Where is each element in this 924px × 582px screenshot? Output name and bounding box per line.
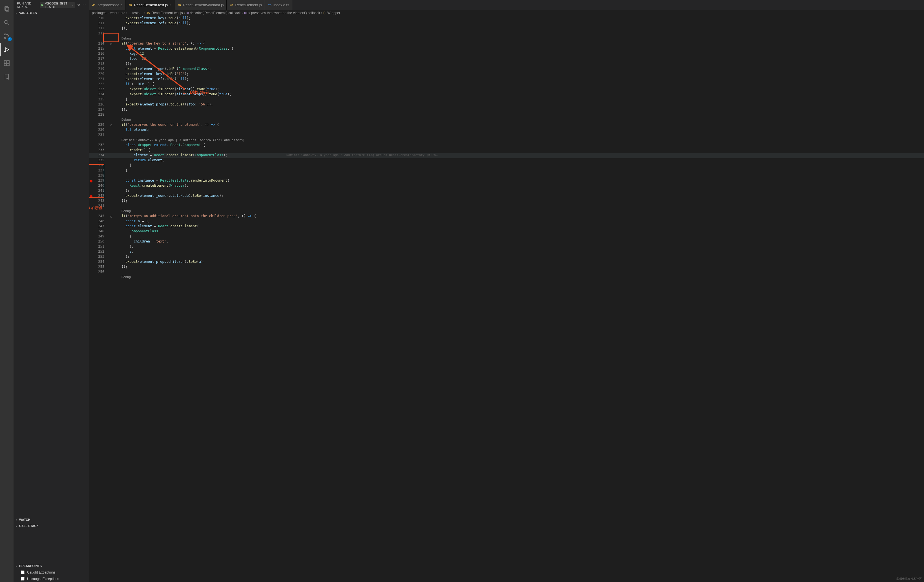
fold-gutter[interactable] — [109, 51, 113, 57]
breakpoint-gutter[interactable] — [89, 199, 93, 204]
editor-tab[interactable]: TSindex.d.ts — [265, 0, 292, 10]
code-content[interactable]: return element; — [113, 158, 924, 163]
fold-gutter[interactable] — [109, 255, 113, 260]
code-line[interactable]: 219 expect(element.type).toBe(ComponentC… — [89, 67, 924, 72]
fold-gutter[interactable] — [109, 260, 113, 265]
code-line[interactable]: 232 class Wrapper extends React.Componen… — [89, 143, 924, 148]
fold-gutter[interactable] — [109, 224, 113, 229]
breakpoint-gutter[interactable] — [89, 163, 93, 168]
breakpoint-icon[interactable] — [90, 180, 92, 182]
code-line[interactable]: Debug — [89, 117, 924, 123]
code-line[interactable]: 255 }); — [89, 265, 924, 270]
fold-gutter[interactable] — [109, 123, 113, 128]
breakpoint-gutter[interactable] — [89, 82, 93, 87]
fold-gutter[interactable] — [109, 168, 113, 174]
code-line[interactable]: 243 }); — [89, 199, 924, 204]
breakpoint-gutter[interactable] — [89, 97, 93, 103]
codelens-debug[interactable]: Debug — [122, 36, 131, 40]
fold-gutter[interactable] — [109, 82, 113, 87]
code-line[interactable]: 252 a, — [89, 250, 924, 255]
code-line[interactable]: Debug — [89, 209, 924, 214]
codelens-debug[interactable]: Debug — [122, 209, 131, 213]
code-content[interactable]: let element; — [113, 128, 924, 133]
breakpoint-gutter[interactable] — [89, 194, 93, 199]
code-content[interactable]: Debug — [113, 36, 924, 41]
fold-gutter[interactable] — [109, 31, 113, 36]
code-line[interactable]: 242 expect(element._owner.stateNode).toB… — [89, 194, 924, 199]
code-line[interactable]: 247 const element = React.createElement( — [89, 224, 924, 229]
breakpoint-gutter[interactable] — [89, 46, 93, 51]
fold-gutter[interactable] — [109, 97, 113, 103]
breakpoint-gutter[interactable] — [89, 174, 93, 179]
fold-gutter[interactable] — [109, 148, 113, 153]
code-content[interactable]: }); — [113, 199, 924, 204]
code-line[interactable]: 216 key: 12, — [89, 51, 924, 57]
breadcrumb-segment[interactable]: react — [110, 11, 117, 15]
variables-section-header[interactable]: ⌄ VARIABLES — [13, 10, 89, 16]
breakpoint-gutter[interactable] — [89, 41, 93, 46]
breadcrumbs[interactable]: packages›react›src›__tests__›JSReactElem… — [89, 10, 924, 16]
breakpoint-gutter[interactable] — [89, 51, 93, 57]
code-content[interactable]: Debug — [113, 209, 924, 214]
breakpoint-gutter[interactable] — [89, 77, 93, 82]
code-content[interactable]: } — [113, 97, 924, 103]
breakpoint-gutter[interactable] — [89, 214, 93, 219]
code-content[interactable]: a, — [113, 250, 924, 255]
fold-gutter[interactable] — [109, 41, 113, 46]
caught-exceptions-checkbox[interactable]: Caught Exceptions — [13, 569, 89, 575]
code-line[interactable]: 244 — [89, 204, 924, 209]
code-line[interactable]: 231 — [89, 133, 924, 138]
code-line[interactable]: 221 expect(element.ref).toBe(null); — [89, 77, 924, 82]
search-icon[interactable] — [0, 16, 13, 29]
code-line[interactable]: 212 }); — [89, 26, 924, 31]
fold-gutter[interactable] — [109, 229, 113, 234]
codelens-debug[interactable]: Debug — [122, 118, 131, 122]
code-line[interactable]: 228 — [89, 112, 924, 117]
breakpoint-gutter[interactable] — [89, 270, 93, 275]
breakpoint-gutter[interactable] — [89, 188, 93, 194]
breakpoint-gutter[interactable] — [89, 148, 93, 153]
code-line[interactable]: Debug — [89, 275, 924, 280]
run-debug-icon[interactable] — [0, 43, 13, 56]
source-control-icon[interactable]: 1 — [0, 29, 13, 43]
code-content[interactable]: }); — [113, 107, 924, 112]
fold-gutter[interactable] — [109, 234, 113, 240]
code-content[interactable]: expect(element._owner.stateNode).toBe(in… — [113, 194, 924, 199]
code-content[interactable]: { — [113, 234, 924, 240]
breakpoint-gutter[interactable] — [89, 133, 93, 138]
code-content[interactable]: }); — [113, 26, 924, 31]
fold-gutter[interactable] — [109, 67, 113, 72]
fold-gutter[interactable] — [109, 62, 113, 67]
code-content[interactable]: const element = React.createElement(Comp… — [113, 46, 924, 51]
code-line[interactable]: 230 let element; — [89, 128, 924, 133]
code-line[interactable]: 213 — [89, 31, 924, 36]
breakpoint-gutter[interactable] — [89, 112, 93, 117]
breakpoint-gutter[interactable] — [89, 16, 93, 21]
code-content[interactable]: expect(element.props.children).toBe(a); — [113, 260, 924, 265]
code-content[interactable]: it('preserves the owner on the element',… — [113, 123, 924, 128]
code-content[interactable] — [113, 270, 924, 275]
code-content[interactable]: }); — [113, 265, 924, 270]
uncaught-exceptions-checkbox[interactable]: Uncaught Exceptions — [13, 575, 89, 582]
breadcrumb-file[interactable]: ReactElement-test.js — [152, 11, 183, 15]
code-line[interactable]: 241 ); — [89, 188, 924, 194]
code-line[interactable]: 218 }); — [89, 62, 924, 67]
code-line[interactable]: 253 ); — [89, 255, 924, 260]
fold-icon[interactable] — [110, 124, 112, 126]
breakpoint-gutter[interactable] — [89, 184, 93, 188]
bookmark-icon[interactable] — [0, 70, 13, 83]
code-line[interactable]: 235 return element; — [89, 158, 924, 163]
fold-gutter[interactable] — [109, 219, 113, 224]
codelens-debug[interactable]: Debug — [122, 275, 131, 279]
editor-tab[interactable]: JSpreprocessor.js — [89, 0, 125, 10]
fold-gutter[interactable] — [109, 112, 113, 117]
code-content[interactable]: } — [113, 163, 924, 168]
fold-gutter[interactable] — [109, 87, 113, 92]
code-content[interactable]: ); — [113, 188, 924, 194]
breadcrumb-segment[interactable]: packages — [92, 11, 106, 15]
breakpoint-gutter[interactable] — [89, 26, 93, 31]
code-content[interactable]: Debug — [113, 117, 924, 123]
fold-gutter[interactable] — [109, 240, 113, 245]
code-content[interactable]: expect(elementB.key).toBe(null); — [113, 16, 924, 21]
breakpoint-gutter[interactable] — [89, 62, 93, 67]
